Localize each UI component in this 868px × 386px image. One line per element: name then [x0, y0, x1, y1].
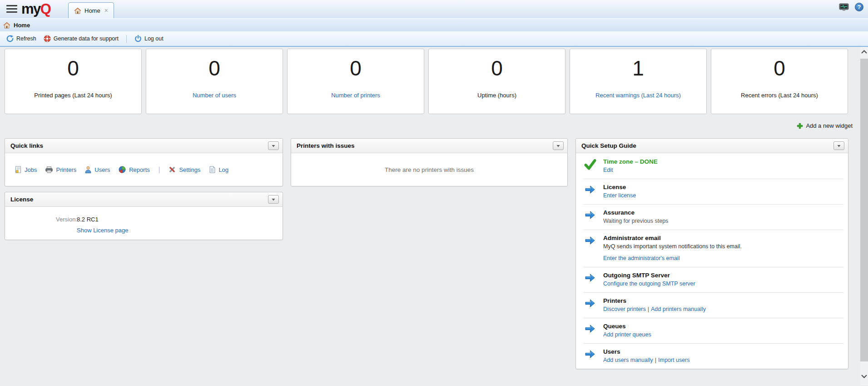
quick-links-separator: | — [159, 166, 160, 173]
widgets-column-left: Quick links Jobs — [5, 138, 283, 240]
tools-icon — [169, 166, 176, 173]
version-value: 8.2 RC1 — [77, 216, 99, 223]
arrow-icon — [583, 236, 597, 262]
quick-link-label: Settings — [179, 166, 200, 173]
license-body: Version: 8.2 RC1 Show License page — [5, 207, 283, 240]
setup-step-admin-email: Administrator email MyQ sends important … — [576, 230, 848, 267]
setup-step-time-zone: Time zone – DONE Edit — [576, 153, 848, 179]
widget-title: License — [10, 196, 33, 203]
widget-menu-button[interactable] — [268, 195, 279, 204]
widget-menu-button[interactable] — [833, 141, 844, 150]
widget-menu-button[interactable] — [268, 141, 279, 150]
help-icon[interactable]: ? — [855, 3, 863, 11]
stats-cards-row: 0 Printed pages (Last 24 hours) 0 Number… — [0, 47, 868, 114]
arrow-icon — [583, 210, 597, 225]
arrow-icon — [583, 298, 597, 313]
logout-label: Log out — [144, 35, 164, 42]
log-icon — [209, 166, 215, 173]
enter-license-link[interactable]: Enter license — [603, 192, 636, 199]
stat-label: Recent errors (Last 24 hours) — [741, 92, 818, 99]
setup-step-title: Outgoing SMTP Server — [603, 271, 695, 279]
printers-with-issues-widget: Printers with issues There are no printe… — [291, 138, 568, 186]
widgets-column-middle: Printers with issues There are no printe… — [291, 138, 568, 186]
edit-timezone-link[interactable]: Edit — [603, 167, 613, 173]
refresh-button[interactable]: Refresh — [3, 33, 40, 44]
stat-link[interactable]: Number of printers — [331, 92, 380, 99]
tab-home-label: Home — [84, 7, 100, 14]
tab-close-icon[interactable]: × — [104, 7, 109, 14]
setup-step-queues: Queues Add printer queues — [576, 318, 848, 343]
quick-links-header: Quick links — [5, 139, 283, 153]
quick-link-label: Users — [94, 166, 110, 173]
stat-value: 0 — [774, 55, 785, 81]
stat-card-number-of-printers: 0 Number of printers — [287, 49, 424, 114]
add-printers-manually-link[interactable]: Add printers manually — [651, 306, 706, 312]
quick-link-users[interactable]: Users — [85, 166, 110, 173]
widget-title: Quick links — [10, 142, 43, 149]
quick-link-settings[interactable]: Settings — [169, 166, 200, 173]
stat-value: 0 — [67, 55, 79, 81]
setup-step-assurance: Assurance Waiting for previous steps — [576, 204, 848, 230]
stat-card-recent-warnings: 1 Recent warnings (Last 24 hours) — [570, 49, 707, 114]
topbar-right: ? — [839, 3, 863, 11]
stat-link[interactable]: Number of users — [193, 92, 236, 99]
quick-link-jobs[interactable]: Jobs — [15, 166, 37, 173]
version-label: Version: — [56, 216, 77, 223]
quick-link-label: Reports — [129, 166, 150, 173]
menu-icon[interactable] — [6, 5, 18, 15]
toolbar: Refresh Generate data for support Log ou… — [0, 31, 868, 47]
topbar: myQ Home × ? — [0, 0, 868, 18]
quick-link-log[interactable]: Log — [209, 166, 228, 173]
setup-step-title: License — [603, 183, 636, 191]
scroll-down-icon[interactable] — [860, 375, 868, 378]
enter-admin-email-link[interactable]: Enter the administrator's email — [603, 255, 680, 261]
quick-setup-guide-header: Quick Setup Guide — [576, 139, 848, 153]
configure-smtp-link[interactable]: Configure the outgoing SMTP server — [603, 281, 695, 287]
printers-with-issues-header: Printers with issues — [291, 139, 567, 153]
quick-link-label: Jobs — [25, 166, 37, 173]
toolbar-separator — [126, 35, 127, 43]
scroll-up-icon[interactable] — [860, 50, 868, 54]
quick-link-label: Printers — [56, 166, 76, 173]
widgets-column-right: Quick Setup Guide Time zone – DONE Edit — [575, 138, 848, 369]
setup-step-title: Time zone – DONE — [603, 158, 658, 165]
stat-link[interactable]: Recent warnings (Last 24 hours) — [595, 92, 681, 99]
setup-step-description: MyQ sends important system notifications… — [603, 243, 742, 251]
tab-home[interactable]: Home × — [68, 2, 114, 18]
import-users-link[interactable]: Import users — [658, 357, 689, 363]
widget-title: Printers with issues — [297, 142, 355, 149]
setup-step-title: Printers — [603, 297, 706, 305]
add-widget-button[interactable]: Add a new widget — [797, 122, 853, 129]
arrow-icon — [583, 273, 597, 288]
stat-card-number-of-users: 0 Number of users — [146, 49, 283, 114]
breadcrumb: Home — [0, 18, 868, 31]
logout-button[interactable]: Log out — [131, 33, 167, 44]
stat-value: 1 — [632, 55, 644, 81]
dashboard-content: 0 Printed pages (Last 24 hours) 0 Number… — [0, 47, 868, 385]
show-license-page-link[interactable]: Show License page — [77, 227, 128, 234]
stat-card-uptime: 0 Uptime (hours) — [428, 49, 565, 114]
add-printer-queues-link[interactable]: Add printer queues — [603, 331, 651, 338]
widget-menu-button[interactable] — [553, 141, 564, 150]
add-users-manually-link[interactable]: Add users manually — [603, 357, 653, 363]
stat-value: 0 — [491, 55, 503, 81]
discover-printers-link[interactable]: Discover printers — [603, 306, 646, 312]
stat-value: 0 — [208, 55, 220, 81]
quick-link-printers[interactable]: Printers — [45, 166, 76, 173]
setup-step-users: Users Add users manually|Import users — [576, 343, 848, 369]
quick-link-reports[interactable]: Reports — [119, 166, 150, 173]
add-widget-label: Add a new widget — [806, 122, 853, 129]
myq-logo: myQ — [21, 0, 50, 18]
generate-support-data-button[interactable]: Generate data for support — [40, 33, 122, 44]
scrollbar-thumb[interactable] — [860, 59, 868, 361]
license-header: License — [5, 192, 283, 207]
arrow-icon — [583, 324, 597, 339]
system-monitor-icon[interactable] — [839, 3, 849, 11]
page-title: Home — [14, 22, 30, 29]
home-icon — [74, 7, 81, 14]
vertical-scrollbar[interactable] — [860, 47, 868, 385]
power-icon — [134, 35, 142, 42]
link-separator: | — [648, 306, 649, 312]
pie-chart-icon — [119, 166, 126, 173]
quick-links-widget: Quick links Jobs — [5, 138, 283, 186]
